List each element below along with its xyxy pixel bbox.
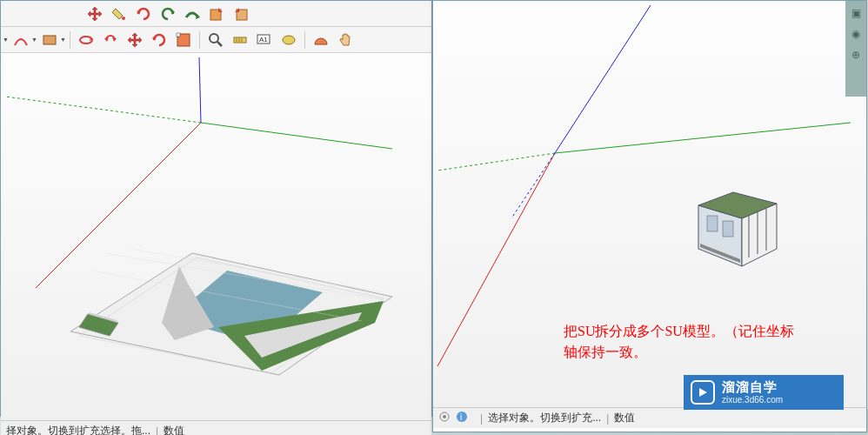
svg-text:i: i	[460, 412, 462, 422]
status-hint-text: 选择对象。切换到扩充...	[488, 411, 601, 425]
svg-rect-6	[177, 33, 180, 37]
status-info-icon[interactable]: i	[456, 411, 468, 425]
status-separator: |	[156, 425, 158, 436]
status-separator: |	[480, 412, 483, 425]
separator	[70, 31, 70, 49]
toolbar-row-1	[1, 1, 431, 27]
separator	[199, 31, 200, 49]
annotation-text: 把SU拆分成多个SU模型。（记住坐标 轴保持一致。	[564, 321, 794, 363]
export-tool[interactable]	[205, 3, 228, 24]
zoom-tool[interactable]	[204, 30, 227, 50]
status-separator: |	[606, 412, 609, 425]
watermark-brand: 溜溜自学	[722, 380, 783, 395]
svg-line-31	[555, 123, 851, 153]
dimension-tool[interactable]	[277, 30, 300, 50]
sketchup-window-right: 把SU拆分成多个SU模型。（记住坐标 轴保持一致。 i | 选择对象。切换到扩充…	[432, 0, 867, 432]
svg-rect-43	[723, 221, 733, 237]
svg-line-17	[5, 97, 201, 123]
watermark-url: zixue.3d66.com	[722, 395, 783, 405]
import-tool[interactable]	[230, 3, 252, 24]
status-value-label: 数值	[614, 411, 635, 425]
svg-line-33	[437, 153, 555, 366]
protractor-tool[interactable]	[310, 30, 332, 50]
status-bar-left: 择对象。切换到扩充选择。拖... | 数值	[1, 420, 431, 435]
model-small-building	[681, 188, 785, 275]
svg-line-35	[511, 153, 555, 218]
app-sidebar: ▣ ◉ ⊕	[845, 1, 866, 97]
dropdown-indicator-3[interactable]: ▼	[60, 37, 66, 43]
move-tool-2[interactable]	[124, 30, 146, 50]
paint-bucket-tool[interactable]	[108, 3, 130, 24]
annotation-line-1: 把SU拆分成多个SU模型。（记住坐标	[564, 321, 794, 342]
arc-tool[interactable]	[10, 30, 32, 50]
viewport-3d-right[interactable]: 把SU拆分成多个SU模型。（记住坐标 轴保持一致。	[433, 1, 866, 407]
svg-point-15	[283, 36, 295, 44]
dropdown-indicator[interactable]: ▼	[3, 37, 9, 43]
svg-text:A1: A1	[259, 36, 268, 44]
rectangle-tool[interactable]	[38, 30, 61, 50]
svg-line-16	[201, 123, 392, 149]
svg-rect-3	[43, 36, 56, 44]
svg-point-0	[122, 17, 125, 20]
play-icon	[691, 380, 715, 405]
svg-point-7	[210, 34, 218, 43]
svg-line-8	[217, 42, 222, 46]
sidebar-icon-1[interactable]: ▣	[849, 6, 863, 20]
hand-tool[interactable]	[334, 30, 357, 50]
move-tool[interactable]	[83, 3, 106, 24]
sidebar-icon-2[interactable]: ◉	[849, 27, 863, 41]
viewport-3d-left[interactable]	[1, 53, 431, 420]
svg-point-46	[443, 415, 446, 418]
sidebar-icon-3[interactable]: ⊕	[849, 48, 863, 62]
follow-me-tool[interactable]	[181, 3, 204, 24]
svg-rect-42	[707, 216, 718, 231]
rotate-tool-1[interactable]	[132, 3, 155, 24]
watermark-badge: 溜溜自学 zixue.3d66.com	[684, 375, 844, 410]
selection-rect-tool[interactable]	[172, 30, 195, 50]
rotate-tool-2[interactable]	[157, 3, 179, 24]
toolbar-row-2: ▼ ▼ ▼ A1	[1, 27, 431, 53]
status-icon[interactable]	[438, 411, 451, 425]
svg-line-19	[199, 57, 201, 123]
separator	[304, 31, 305, 49]
tape-measure-tool[interactable]	[229, 30, 251, 50]
model-plaza	[18, 184, 410, 418]
svg-rect-9	[234, 37, 246, 43]
status-bar-right: i | 选择对象。切换到扩充... | 数值	[433, 407, 866, 428]
status-value-label: 数值	[164, 424, 184, 435]
status-hint-text: 择对象。切换到扩充选择。拖...	[6, 424, 150, 435]
rotate-tool-3[interactable]	[148, 30, 170, 50]
orbit-tool[interactable]	[75, 30, 97, 50]
pan-tool[interactable]	[99, 30, 122, 50]
svg-line-32	[437, 153, 555, 171]
dropdown-indicator-2[interactable]: ▼	[31, 37, 37, 43]
annotation-line-2: 轴保持一致。	[564, 342, 794, 363]
sketchup-window-left: ▼ ▼ ▼ A1	[0, 0, 432, 417]
text-label-tool[interactable]: A1	[253, 30, 276, 50]
svg-line-34	[555, 5, 651, 153]
